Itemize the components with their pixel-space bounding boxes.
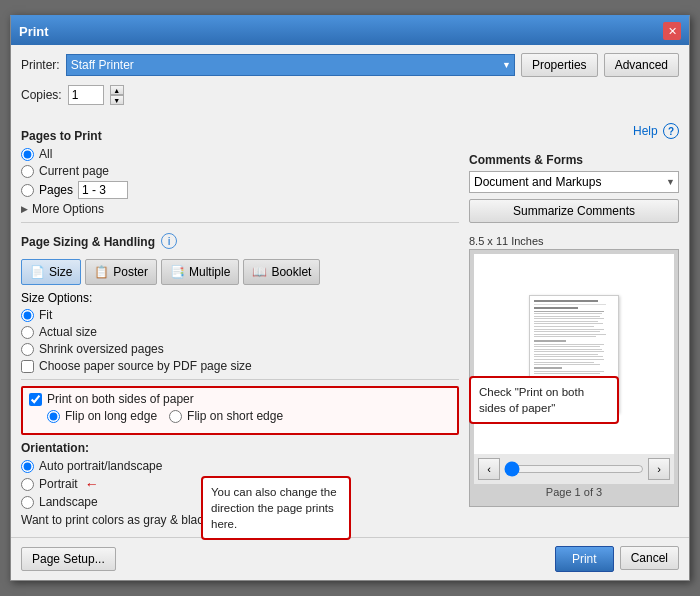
flip-long-row: Flip on long edge: [47, 409, 157, 423]
booklet-btn-label: Booklet: [271, 265, 311, 279]
size-icon: 📄: [30, 265, 45, 279]
multiple-btn[interactable]: 📑 Multiple: [161, 259, 239, 285]
fit-radio[interactable]: [21, 309, 34, 322]
flip-row: Flip on long edge Flip on short edge: [47, 409, 451, 426]
landscape-label: Landscape: [39, 495, 98, 509]
pages-range-label: Pages: [39, 183, 73, 197]
shrink-label: Shrink oversized pages: [39, 342, 164, 356]
copies-up[interactable]: ▲: [110, 85, 124, 95]
title-bar: Print ✕: [11, 17, 689, 45]
portrait-radio[interactable]: [21, 478, 34, 491]
print-sides-section: Print on both sides of paper Flip on lon…: [21, 386, 459, 435]
sizing-section-row: Page Sizing & Handling i: [21, 229, 459, 253]
preview-nav: ‹ ›: [474, 454, 674, 484]
summarize-comments-button[interactable]: Summarize Comments: [469, 199, 679, 223]
auto-orientation-row: Auto portrait/landscape: [21, 459, 459, 473]
copies-input[interactable]: [68, 85, 104, 105]
flip-short-radio[interactable]: [169, 410, 182, 423]
print-sides-row: Print on both sides of paper: [29, 392, 451, 406]
comments-select[interactable]: Document and Markups: [469, 171, 679, 193]
prev-page-button[interactable]: ‹: [478, 458, 500, 480]
multiple-btn-label: Multiple: [189, 265, 230, 279]
pages-all-row: All: [21, 147, 459, 161]
orientation-title: Orientation:: [21, 441, 459, 455]
flip-short-row: Flip on short edge: [169, 409, 283, 423]
print-sides-label: Print on both sides of paper: [47, 392, 194, 406]
fit-row: Fit: [21, 308, 459, 322]
printer-row: Printer: Staff Printer Properties Advanc…: [21, 53, 679, 77]
pages-range-input[interactable]: [78, 181, 128, 199]
portrait-label: Portrait: [39, 477, 78, 491]
choose-paper-row: Choose paper source by PDF page size: [21, 359, 459, 373]
pages-range-row: Pages: [21, 181, 459, 199]
actual-label: Actual size: [39, 325, 97, 339]
sizing-buttons: 📄 Size 📋 Poster 📑 Multiple 📖 Booklet: [21, 259, 459, 285]
cancel-button[interactable]: Cancel: [620, 546, 679, 570]
actual-row: Actual size: [21, 325, 459, 339]
multiple-icon: 📑: [170, 265, 185, 279]
print-dialog: Print ✕ Printer: Staff Printer Propertie…: [10, 15, 690, 581]
callout-1-text: Check "Print on both sides of paper": [479, 386, 584, 414]
left-panel: Pages to Print All Current page Pages ▶ …: [21, 123, 459, 527]
landscape-radio[interactable]: [21, 496, 34, 509]
copies-label: Copies:: [21, 88, 62, 102]
pages-all-radio[interactable]: [21, 148, 34, 161]
dialog-title: Print: [19, 24, 49, 39]
flip-long-radio[interactable]: [47, 410, 60, 423]
sizing-section-title: Page Sizing & Handling: [21, 235, 155, 249]
printer-label: Printer:: [21, 58, 60, 72]
print-sides-highlight: Print on both sides of paper Flip on lon…: [21, 386, 459, 435]
callout-2: You can also change the direction the pa…: [201, 476, 351, 540]
flip-short-label: Flip on short edge: [187, 409, 283, 423]
size-options-label: Size Options:: [21, 291, 459, 305]
shrink-radio[interactable]: [21, 343, 34, 356]
more-options-label: More Options: [32, 202, 104, 216]
size-btn-label: Size: [49, 265, 72, 279]
copies-row: Copies: ▲ ▼: [21, 85, 679, 105]
actual-radio[interactable]: [21, 326, 34, 339]
advanced-button[interactable]: Advanced: [604, 53, 679, 77]
size-btn[interactable]: 📄 Size: [21, 259, 81, 285]
choose-paper-checkbox[interactable]: [21, 360, 34, 373]
properties-button[interactable]: Properties: [521, 53, 598, 77]
close-button[interactable]: ✕: [663, 22, 681, 40]
bottom-bar: Page Setup... Print Cancel: [11, 537, 689, 580]
more-options-row[interactable]: ▶ More Options: [21, 202, 459, 216]
pages-section-title: Pages to Print: [21, 129, 459, 143]
next-page-button[interactable]: ›: [648, 458, 670, 480]
preview-size-label: 8.5 x 11 Inches: [469, 235, 679, 247]
poster-icon: 📋: [94, 265, 109, 279]
portrait-row-wrap: Portrait ← You can also change the direc…: [21, 476, 459, 492]
orientation-section: Orientation: Auto portrait/landscape Por…: [21, 441, 459, 527]
shrink-row: Shrink oversized pages: [21, 342, 459, 356]
callout-2-text: You can also change the direction the pa…: [211, 486, 337, 530]
page-setup-button[interactable]: Page Setup...: [21, 547, 116, 571]
choose-paper-label: Choose paper source by PDF page size: [39, 359, 252, 373]
booklet-icon: 📖: [252, 265, 267, 279]
poster-btn[interactable]: 📋 Poster: [85, 259, 157, 285]
pages-current-row: Current page: [21, 164, 459, 178]
help-link-text: Help: [633, 124, 658, 138]
booklet-btn[interactable]: 📖 Booklet: [243, 259, 320, 285]
page-counter: Page 1 of 3: [474, 484, 674, 502]
callout-1: Check "Print on both sides of paper": [469, 376, 619, 424]
copies-down[interactable]: ▼: [110, 95, 124, 105]
help-question-icon: ?: [663, 123, 679, 139]
help-link[interactable]: Help ?: [633, 123, 679, 139]
comments-forms-title: Comments & Forms: [469, 153, 679, 167]
print-button[interactable]: Print: [555, 546, 614, 572]
right-panel: Help ? Comments & Forms Document and Mar…: [469, 123, 679, 527]
printer-select[interactable]: Staff Printer: [66, 54, 515, 76]
print-sides-checkbox[interactable]: [29, 393, 42, 406]
printer-select-wrap: Staff Printer: [66, 54, 515, 76]
poster-btn-label: Poster: [113, 265, 148, 279]
comments-select-wrap: Document and Markups: [469, 171, 679, 193]
pages-range-radio[interactable]: [21, 184, 34, 197]
pages-current-label: Current page: [39, 164, 109, 178]
page-slider[interactable]: [504, 462, 644, 476]
pages-current-radio[interactable]: [21, 165, 34, 178]
auto-orientation-radio[interactable]: [21, 460, 34, 473]
flip-long-label: Flip on long edge: [65, 409, 157, 423]
pages-all-label: All: [39, 147, 52, 161]
info-icon[interactable]: i: [161, 233, 177, 249]
